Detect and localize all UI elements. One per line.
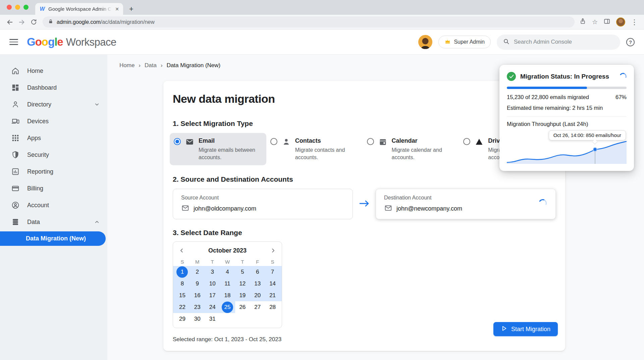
sidebar-item-apps[interactable]: Apps bbox=[0, 130, 107, 146]
calendar-month-label: October 2023 bbox=[208, 247, 247, 254]
calendar-next-icon[interactable] bbox=[269, 247, 277, 254]
calendar-day-28[interactable]: 28 bbox=[265, 301, 280, 313]
calendar-day-16[interactable]: 16 bbox=[190, 289, 205, 301]
help-icon[interactable]: ? bbox=[626, 38, 635, 46]
calendar-day-30[interactable]: 30 bbox=[190, 313, 205, 325]
forward-button[interactable] bbox=[18, 18, 25, 26]
radio-drive[interactable] bbox=[463, 138, 470, 145]
minimize-window-button[interactable] bbox=[15, 5, 20, 10]
sidebar-item-home[interactable]: Home bbox=[0, 62, 107, 79]
destination-account-label: Destination Account bbox=[384, 195, 547, 201]
browser-menu-icon[interactable]: ⋮ bbox=[631, 19, 638, 26]
new-tab-button[interactable]: + bbox=[129, 5, 133, 13]
tab-close-icon[interactable]: ✕ bbox=[115, 6, 119, 12]
sidebar-item-data-migration-new[interactable]: Data Migration (New) bbox=[0, 231, 106, 246]
destination-account-card[interactable]: Destination Account john@newcompany.com bbox=[376, 189, 556, 219]
migration-type-label: Email bbox=[199, 137, 262, 144]
source-account-card[interactable]: Source Account john@oldcompany.com bbox=[173, 189, 353, 219]
destination-account-email: john@newcompany.com bbox=[396, 205, 462, 212]
side-panel-icon[interactable] bbox=[603, 18, 610, 26]
calendar-day-21[interactable]: 21 bbox=[265, 289, 280, 301]
email-icon bbox=[185, 137, 194, 146]
breadcrumb-home[interactable]: Home bbox=[119, 62, 135, 69]
share-icon[interactable] bbox=[579, 18, 586, 26]
calendar-day-6[interactable]: 6 bbox=[250, 266, 265, 278]
main-menu-icon[interactable] bbox=[9, 39, 18, 45]
migration-type-contacts[interactable]: ContactsMigrate contacts and accounts. bbox=[266, 133, 363, 165]
chevron-down-icon bbox=[94, 101, 100, 107]
calendar-day-10[interactable]: 10 bbox=[205, 278, 220, 289]
calendar-day-2[interactable]: 2 bbox=[190, 266, 205, 278]
calendar-day-31[interactable]: 31 bbox=[205, 313, 220, 325]
calendar-dow-label: T bbox=[205, 259, 220, 265]
window-controls[interactable] bbox=[7, 5, 29, 10]
calendar-day-empty bbox=[220, 313, 235, 325]
back-button[interactable] bbox=[6, 18, 13, 26]
sidebar-item-billing[interactable]: Billing bbox=[0, 180, 107, 197]
bookmark-star-icon[interactable]: ☆ bbox=[592, 19, 598, 26]
data-icon bbox=[11, 218, 20, 226]
sidebar-item-label: Account bbox=[27, 202, 100, 209]
browser-profile-avatar[interactable] bbox=[616, 17, 625, 27]
radio-email[interactable] bbox=[174, 138, 181, 145]
calendar-day-9[interactable]: 9 bbox=[190, 278, 205, 289]
sidebar-item-devices[interactable]: Devices bbox=[0, 113, 107, 130]
sidebar-item-directory[interactable]: Directory bbox=[0, 96, 107, 113]
sidebar-item-reporting[interactable]: Reporting bbox=[0, 163, 107, 180]
section-date-range: 3. Select Date Range bbox=[173, 229, 556, 237]
calendar-day-20[interactable]: 20 bbox=[250, 289, 265, 301]
calendar-prev-icon[interactable] bbox=[178, 247, 185, 254]
calendar-day-17[interactable]: 17 bbox=[205, 289, 220, 301]
zoom-window-button[interactable] bbox=[23, 5, 29, 10]
calendar-day-14[interactable]: 14 bbox=[265, 278, 280, 289]
start-migration-button[interactable]: Start Migration bbox=[493, 322, 558, 336]
calendar-day-7[interactable]: 7 bbox=[265, 266, 280, 278]
calendar-day-26[interactable]: 26 bbox=[235, 301, 250, 313]
calendar-day-8[interactable]: 8 bbox=[175, 278, 190, 289]
selected-range-text: Selected range: Oct 1, 2023 - Oct 25, 20… bbox=[173, 336, 281, 343]
sidebar-item-security[interactable]: Security bbox=[0, 146, 107, 163]
migration-status-popup: Migration Status: In Progress 15,230 of … bbox=[499, 65, 634, 171]
sidebar-item-account[interactable]: Account bbox=[0, 197, 107, 214]
calendar-day-15[interactable]: 15 bbox=[175, 289, 190, 301]
super-admin-label: Super Admin bbox=[454, 39, 485, 45]
calendar-day-19[interactable]: 19 bbox=[235, 289, 250, 301]
calendar-day-29[interactable]: 29 bbox=[175, 313, 190, 325]
progress-bar bbox=[507, 87, 627, 89]
search-input[interactable] bbox=[514, 39, 614, 45]
radio-contacts[interactable] bbox=[270, 138, 277, 145]
migration-type-calendar[interactable]: CalendarMigrate calendar and accounts. bbox=[363, 133, 460, 165]
progress-bar-fill bbox=[507, 87, 587, 89]
calendar-day-3[interactable]: 3 bbox=[205, 266, 220, 278]
admin-search[interactable] bbox=[497, 35, 620, 50]
calendar-day-1[interactable]: 1 bbox=[175, 266, 190, 278]
sidebar-item-dashboard[interactable]: Dashboard bbox=[0, 79, 107, 96]
calendar-day-5[interactable]: 5 bbox=[235, 266, 250, 278]
sidebar-nav: HomeDashboardDirectoryDevicesAppsSecurit… bbox=[0, 55, 107, 360]
source-account-email: john@oldcompany.com bbox=[194, 205, 256, 212]
close-window-button[interactable] bbox=[7, 5, 12, 10]
breadcrumb-data[interactable]: Data bbox=[145, 62, 157, 69]
calendar-day-23[interactable]: 23 bbox=[190, 301, 205, 313]
radio-calendar[interactable] bbox=[367, 138, 374, 145]
calendar-day-11[interactable]: 11 bbox=[220, 278, 235, 289]
calendar-day-25[interactable]: 25 bbox=[220, 301, 235, 313]
calendar-dow-label: T bbox=[235, 259, 250, 265]
apps-icon bbox=[11, 134, 20, 142]
migration-type-email[interactable]: EmailMigrate emails between accounts. bbox=[170, 133, 266, 165]
calendar-week-row: 22232425262728 bbox=[173, 301, 282, 313]
calendar-day-22[interactable]: 22 bbox=[175, 301, 190, 313]
calendar-day-13[interactable]: 13 bbox=[250, 278, 265, 289]
url-bar[interactable]: admin.google.com/ac/data/migration/new bbox=[43, 16, 575, 28]
calendar-dow-label: S bbox=[265, 259, 280, 265]
calendar-day-12[interactable]: 12 bbox=[235, 278, 250, 289]
calendar-day-24[interactable]: 24 bbox=[205, 301, 220, 313]
calendar-day-4[interactable]: 4 bbox=[220, 266, 235, 278]
reload-button[interactable] bbox=[30, 18, 37, 26]
user-avatar[interactable] bbox=[418, 35, 432, 49]
chart-tooltip: Oct 26, 14:00: 850 emails/hour bbox=[549, 130, 626, 140]
sidebar-item-data[interactable]: Data bbox=[0, 214, 107, 230]
calendar-day-18[interactable]: 18 bbox=[220, 289, 235, 301]
browser-tab[interactable]: W Google Workspace Admin C ✕ bbox=[35, 3, 123, 15]
calendar-day-27[interactable]: 27 bbox=[250, 301, 265, 313]
